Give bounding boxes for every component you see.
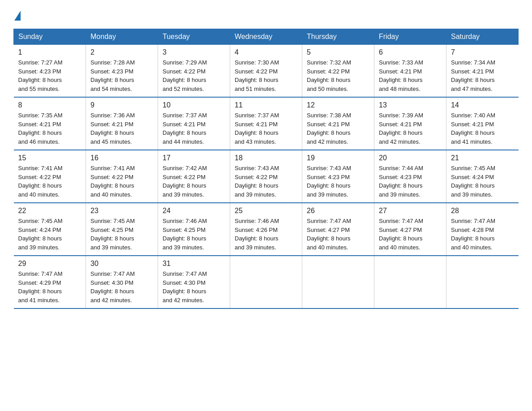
header-wednesday: Wednesday xyxy=(230,29,302,45)
calendar-cell: 2Sunrise: 7:28 AMSunset: 4:23 PMDaylight… xyxy=(86,45,158,98)
week-row-3: 15Sunrise: 7:41 AMSunset: 4:22 PMDayligh… xyxy=(14,150,519,203)
day-number: 21 xyxy=(451,154,514,162)
calendar-cell: 6Sunrise: 7:33 AMSunset: 4:21 PMDaylight… xyxy=(374,45,446,98)
calendar-cell: 29Sunrise: 7:47 AMSunset: 4:29 PMDayligh… xyxy=(14,256,86,308)
calendar-cell: 1Sunrise: 7:27 AMSunset: 4:23 PMDaylight… xyxy=(14,45,86,98)
day-number: 2 xyxy=(90,48,153,56)
calendar-cell: 5Sunrise: 7:32 AMSunset: 4:22 PMDaylight… xyxy=(302,45,374,98)
calendar-cell: 19Sunrise: 7:43 AMSunset: 4:23 PMDayligh… xyxy=(302,150,374,203)
calendar-cell: 27Sunrise: 7:47 AMSunset: 4:27 PMDayligh… xyxy=(374,203,446,256)
week-row-5: 29Sunrise: 7:47 AMSunset: 4:29 PMDayligh… xyxy=(14,256,519,308)
calendar-cell: 30Sunrise: 7:47 AMSunset: 4:30 PMDayligh… xyxy=(86,256,158,308)
day-info: Sunrise: 7:37 AMSunset: 4:21 PMDaylight:… xyxy=(163,111,225,146)
day-info: Sunrise: 7:41 AMSunset: 4:22 PMDaylight:… xyxy=(90,164,153,199)
calendar-cell: 31Sunrise: 7:47 AMSunset: 4:30 PMDayligh… xyxy=(158,256,230,308)
day-number: 31 xyxy=(163,260,225,268)
day-number: 5 xyxy=(307,48,369,56)
day-number: 18 xyxy=(235,154,297,162)
day-info: Sunrise: 7:43 AMSunset: 4:22 PMDaylight:… xyxy=(235,164,297,199)
calendar-cell: 12Sunrise: 7:38 AMSunset: 4:21 PMDayligh… xyxy=(302,97,374,150)
calendar-cell: 15Sunrise: 7:41 AMSunset: 4:22 PMDayligh… xyxy=(14,150,86,203)
day-info: Sunrise: 7:47 AMSunset: 4:30 PMDaylight:… xyxy=(90,270,153,304)
week-row-2: 8Sunrise: 7:35 AMSunset: 4:21 PMDaylight… xyxy=(14,97,519,150)
calendar-cell: 23Sunrise: 7:45 AMSunset: 4:25 PMDayligh… xyxy=(86,203,158,256)
header-friday: Friday xyxy=(374,29,446,45)
calendar-cell: 18Sunrise: 7:43 AMSunset: 4:22 PMDayligh… xyxy=(230,150,302,203)
calendar-cell: 14Sunrise: 7:40 AMSunset: 4:21 PMDayligh… xyxy=(446,97,519,150)
day-number: 27 xyxy=(379,207,442,215)
day-info: Sunrise: 7:30 AMSunset: 4:22 PMDaylight:… xyxy=(235,58,297,93)
calendar-cell: 7Sunrise: 7:34 AMSunset: 4:21 PMDaylight… xyxy=(446,45,519,98)
calendar-header-row: SundayMondayTuesdayWednesdayThursdayFrid… xyxy=(14,29,519,45)
day-info: Sunrise: 7:44 AMSunset: 4:23 PMDaylight:… xyxy=(379,164,442,199)
day-info: Sunrise: 7:32 AMSunset: 4:22 PMDaylight:… xyxy=(307,58,369,93)
day-info: Sunrise: 7:40 AMSunset: 4:21 PMDaylight:… xyxy=(451,111,514,146)
day-number: 25 xyxy=(235,207,297,215)
day-number: 29 xyxy=(18,260,82,268)
calendar-cell xyxy=(446,256,519,308)
calendar-cell xyxy=(302,256,374,308)
week-row-1: 1Sunrise: 7:27 AMSunset: 4:23 PMDaylight… xyxy=(14,45,519,98)
day-info: Sunrise: 7:43 AMSunset: 4:23 PMDaylight:… xyxy=(307,164,369,199)
day-info: Sunrise: 7:47 AMSunset: 4:28 PMDaylight:… xyxy=(451,217,514,252)
day-info: Sunrise: 7:35 AMSunset: 4:21 PMDaylight:… xyxy=(18,111,82,146)
day-number: 28 xyxy=(451,207,514,215)
day-number: 20 xyxy=(379,154,442,162)
day-number: 13 xyxy=(379,101,442,109)
day-number: 10 xyxy=(163,101,225,109)
calendar-cell: 21Sunrise: 7:45 AMSunset: 4:24 PMDayligh… xyxy=(446,150,519,203)
calendar-cell xyxy=(374,256,446,308)
day-info: Sunrise: 7:36 AMSunset: 4:21 PMDaylight:… xyxy=(90,111,153,146)
calendar-cell: 8Sunrise: 7:35 AMSunset: 4:21 PMDaylight… xyxy=(14,97,86,150)
day-info: Sunrise: 7:45 AMSunset: 4:24 PMDaylight:… xyxy=(18,217,82,252)
day-number: 7 xyxy=(451,48,514,56)
calendar-cell: 26Sunrise: 7:47 AMSunset: 4:27 PMDayligh… xyxy=(302,203,374,256)
header-saturday: Saturday xyxy=(446,29,519,45)
calendar-cell: 3Sunrise: 7:29 AMSunset: 4:22 PMDaylight… xyxy=(158,45,230,98)
page-header xyxy=(13,9,519,21)
day-number: 3 xyxy=(163,48,225,56)
calendar-cell: 17Sunrise: 7:42 AMSunset: 4:22 PMDayligh… xyxy=(158,150,230,203)
logo-triangle-icon xyxy=(14,11,21,21)
day-info: Sunrise: 7:27 AMSunset: 4:23 PMDaylight:… xyxy=(18,58,82,93)
calendar-cell: 4Sunrise: 7:30 AMSunset: 4:22 PMDaylight… xyxy=(230,45,302,98)
day-info: Sunrise: 7:41 AMSunset: 4:22 PMDaylight:… xyxy=(18,164,82,199)
day-number: 1 xyxy=(18,48,82,56)
day-number: 14 xyxy=(451,101,514,109)
day-number: 23 xyxy=(90,207,153,215)
day-number: 19 xyxy=(307,154,369,162)
day-number: 11 xyxy=(235,101,297,109)
day-info: Sunrise: 7:39 AMSunset: 4:21 PMDaylight:… xyxy=(379,111,442,146)
day-info: Sunrise: 7:47 AMSunset: 4:27 PMDaylight:… xyxy=(307,217,369,252)
day-info: Sunrise: 7:42 AMSunset: 4:22 PMDaylight:… xyxy=(163,164,225,199)
calendar-cell: 9Sunrise: 7:36 AMSunset: 4:21 PMDaylight… xyxy=(86,97,158,150)
calendar-cell: 11Sunrise: 7:37 AMSunset: 4:21 PMDayligh… xyxy=(230,97,302,150)
day-number: 17 xyxy=(163,154,225,162)
day-info: Sunrise: 7:29 AMSunset: 4:22 PMDaylight:… xyxy=(163,58,225,93)
day-info: Sunrise: 7:28 AMSunset: 4:23 PMDaylight:… xyxy=(90,58,153,93)
header-sunday: Sunday xyxy=(14,29,86,45)
header-tuesday: Tuesday xyxy=(158,29,230,45)
header-thursday: Thursday xyxy=(302,29,374,45)
day-number: 22 xyxy=(18,207,82,215)
calendar-table: SundayMondayTuesdayWednesdayThursdayFrid… xyxy=(13,29,519,309)
day-number: 12 xyxy=(307,101,369,109)
day-number: 4 xyxy=(235,48,297,56)
day-number: 30 xyxy=(90,260,153,268)
day-info: Sunrise: 7:46 AMSunset: 4:26 PMDaylight:… xyxy=(235,217,297,252)
day-info: Sunrise: 7:45 AMSunset: 4:25 PMDaylight:… xyxy=(90,217,153,252)
header-monday: Monday xyxy=(86,29,158,45)
day-info: Sunrise: 7:34 AMSunset: 4:21 PMDaylight:… xyxy=(451,58,514,93)
day-number: 15 xyxy=(18,154,82,162)
day-number: 24 xyxy=(163,207,225,215)
day-number: 9 xyxy=(90,101,153,109)
calendar-cell: 13Sunrise: 7:39 AMSunset: 4:21 PMDayligh… xyxy=(374,97,446,150)
day-number: 26 xyxy=(307,207,369,215)
calendar-cell: 16Sunrise: 7:41 AMSunset: 4:22 PMDayligh… xyxy=(86,150,158,203)
calendar-cell: 20Sunrise: 7:44 AMSunset: 4:23 PMDayligh… xyxy=(374,150,446,203)
calendar-cell: 22Sunrise: 7:45 AMSunset: 4:24 PMDayligh… xyxy=(14,203,86,256)
day-info: Sunrise: 7:47 AMSunset: 4:27 PMDaylight:… xyxy=(379,217,442,252)
day-info: Sunrise: 7:47 AMSunset: 4:29 PMDaylight:… xyxy=(18,270,82,304)
day-info: Sunrise: 7:37 AMSunset: 4:21 PMDaylight:… xyxy=(235,111,297,146)
week-row-4: 22Sunrise: 7:45 AMSunset: 4:24 PMDayligh… xyxy=(14,203,519,256)
